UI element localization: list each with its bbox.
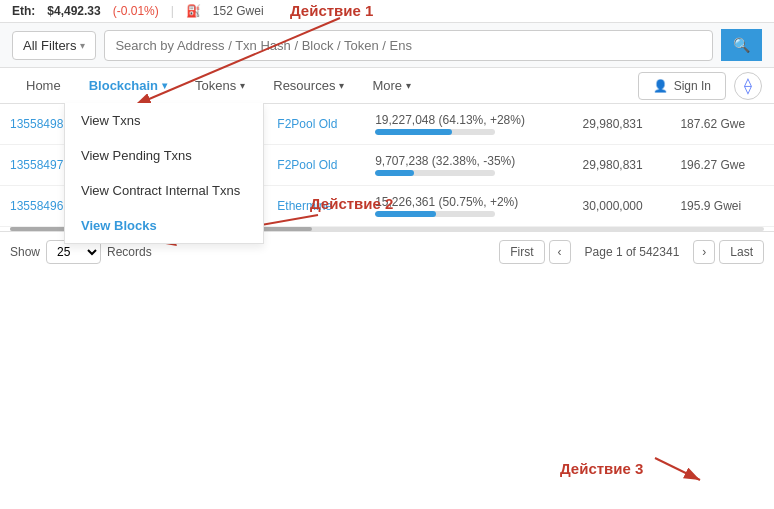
search-input[interactable] <box>105 31 712 60</box>
block-miner-2[interactable]: Ethermine <box>267 186 365 227</box>
filter-chevron-icon: ▾ <box>80 40 85 51</box>
blockchain-dropdown: View Txns View Pending Txns View Contrac… <box>64 103 264 244</box>
nav-bar: Home Blockchain ▾ Tokens ▾ Resources ▾ M… <box>0 68 774 104</box>
nav-item-tokens[interactable]: Tokens ▾ <box>181 68 259 103</box>
dropdown-item-view-contract-txns[interactable]: View Contract Internal Txns <box>65 173 263 208</box>
nav-item-resources[interactable]: Resources ▾ <box>259 68 358 103</box>
nav-tokens-label: Tokens <box>195 78 236 93</box>
dropdown-item-view-blocks[interactable]: View Blocks <box>65 208 263 243</box>
search-bar: All Filters ▾ 🔍 <box>0 23 774 68</box>
block-gasused-1: 9,707,238 (32.38%, -35%) <box>365 145 572 186</box>
eth-price-value: $4,492.33 <box>47 4 100 18</box>
top-bar: Eth: $4,492.33 (-0.01%) | ⛽ 152 Gwei <box>0 0 774 23</box>
nav-item-blockchain[interactable]: Blockchain ▾ <box>75 68 181 103</box>
eth-price-label: Eth: <box>12 4 35 18</box>
progress-bar-0 <box>375 129 495 135</box>
eth-change: (-0.01%) <box>113 4 159 18</box>
block-gaslimit-2: 30,000,000 <box>573 186 671 227</box>
svg-line-5 <box>655 458 700 480</box>
block-gaslimit-0: 29,980,831 <box>573 104 671 145</box>
sign-in-button[interactable]: 👤 Sign In <box>638 72 726 100</box>
next-page-button[interactable]: › <box>693 240 715 264</box>
block-miner-1[interactable]: F2Pool Old <box>267 145 365 186</box>
nav-item-more[interactable]: More ▾ <box>358 68 425 103</box>
last-page-button[interactable]: Last <box>719 240 764 264</box>
nav-right: 👤 Sign In ⟠ <box>638 72 762 100</box>
first-page-button[interactable]: First <box>499 240 544 264</box>
nav-blockchain-chevron-icon: ▾ <box>162 80 167 91</box>
search-button[interactable]: 🔍 <box>721 29 762 61</box>
block-basefee-0: 187.62 Gwe <box>670 104 774 145</box>
filter-dropdown[interactable]: All Filters ▾ <box>12 31 96 60</box>
gas-icon: ⛽ <box>186 4 201 18</box>
nav-home-label: Home <box>26 78 61 93</box>
nav-resources-chevron-icon: ▾ <box>339 80 344 91</box>
gas-value: 152 Gwei <box>213 4 264 18</box>
block-basefee-2: 195.9 Gwei <box>670 186 774 227</box>
nav-blockchain-label: Blockchain <box>89 78 158 93</box>
sign-in-label: Sign In <box>674 79 711 93</box>
progress-bar-1 <box>375 170 495 176</box>
person-icon: 👤 <box>653 79 668 93</box>
page-info: Page 1 of 542341 <box>575 241 690 263</box>
records-label: Records <box>107 245 152 259</box>
separator: | <box>171 4 174 18</box>
progress-bar-2 <box>375 211 495 217</box>
block-gaslimit-1: 29,980,831 <box>573 145 671 186</box>
block-gasused-2: 15,226,361 (50.75%, +2%) <box>365 186 572 227</box>
search-input-wrap <box>104 30 713 61</box>
pagination-controls: First ‹ Page 1 of 542341 › Last <box>499 240 764 264</box>
nav-more-chevron-icon: ▾ <box>406 80 411 91</box>
show-label: Show <box>10 245 40 259</box>
block-miner-0[interactable]: F2Pool Old <box>267 104 365 145</box>
block-gasused-0: 19,227,048 (64.13%, +28%) <box>365 104 572 145</box>
nav-more-label: More <box>372 78 402 93</box>
prev-page-button[interactable]: ‹ <box>549 240 571 264</box>
dropdown-item-view-pending-txns[interactable]: View Pending Txns <box>65 138 263 173</box>
eth-logo-button[interactable]: ⟠ <box>734 72 762 100</box>
eth-logo-icon: ⟠ <box>744 76 752 95</box>
nav-tokens-chevron-icon: ▾ <box>240 80 245 91</box>
annotation-action3: Действие 3 <box>560 460 643 477</box>
nav-item-home[interactable]: Home <box>12 68 75 103</box>
dropdown-item-view-txns[interactable]: View Txns <box>65 103 263 138</box>
nav-resources-label: Resources <box>273 78 335 93</box>
block-basefee-1: 196.27 Gwe <box>670 145 774 186</box>
filter-label: All Filters <box>23 38 76 53</box>
